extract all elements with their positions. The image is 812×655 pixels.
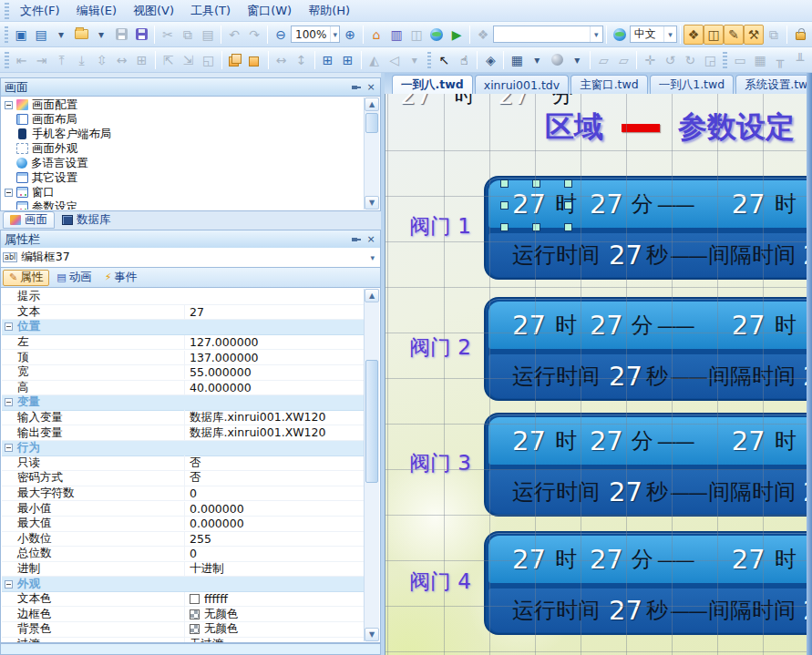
pin-icon[interactable] xyxy=(351,82,362,93)
grid-view-button[interactable]: ▦ xyxy=(507,50,527,70)
design-canvas[interactable]: 27 时 27 分 区域 参数设定 阀门 1 27 时 xyxy=(385,94,807,655)
property-row[interactable]: 最大字符数0 xyxy=(2,486,364,502)
space-horizontal-button[interactable]: ↔ xyxy=(272,50,292,70)
stop-minute-editbox[interactable]: 2 xyxy=(806,428,807,455)
doc-tab-0[interactable]: 一到八.twd xyxy=(392,75,473,94)
property-row[interactable]: 高40.000000 xyxy=(2,381,364,396)
object-selector-arrow[interactable]: ▾ xyxy=(366,253,378,262)
sphere-dropdown[interactable]: ▾ xyxy=(567,50,587,70)
form-button[interactable]: ◫ xyxy=(406,25,427,45)
scroll-up-icon[interactable]: ▲ xyxy=(365,289,379,302)
property-row[interactable]: 密码方式否 xyxy=(2,471,364,486)
center-both-button[interactable]: ⊞ xyxy=(132,50,152,70)
valve-panel[interactable]: 27 时 27 分 —— 27 时 2 运行时间 27 秒 xyxy=(484,413,807,517)
stop-hour-editbox[interactable]: 27 xyxy=(732,312,766,339)
lock-button[interactable] xyxy=(790,25,810,45)
property-value[interactable]: ffffff xyxy=(184,592,364,606)
same-height-button[interactable]: ⇲ xyxy=(179,50,199,70)
property-row[interactable]: 输出变量数据库.xinrui001.XW120 xyxy=(2,425,364,441)
same-size-button[interactable]: ◱ xyxy=(199,50,219,70)
select-cursor-button[interactable]: ↖ xyxy=(434,50,454,70)
pan-hand-button[interactable]: ☝ xyxy=(454,50,474,70)
space-vertical-button[interactable]: ↕ xyxy=(292,50,312,70)
run-seconds-editbox[interactable]: 27 xyxy=(609,598,642,624)
toggle-properties-button[interactable]: ✎ xyxy=(724,25,744,45)
tree-item-window[interactable]: 窗口 xyxy=(2,185,364,200)
property-row[interactable]: 最小值0.000000 xyxy=(2,501,364,517)
scroll-up-icon[interactable]: ▲ xyxy=(365,97,379,111)
open-button[interactable] xyxy=(71,25,91,45)
collapse-icon[interactable] xyxy=(5,322,13,331)
fit-height-button[interactable]: ⊞ xyxy=(338,50,358,70)
bring-to-front-button[interactable] xyxy=(225,50,245,70)
doc-tab-2[interactable]: 主窗口.twd xyxy=(570,75,648,94)
fit-width-button[interactable]: ⊞ xyxy=(318,50,338,70)
property-value[interactable]: 否 xyxy=(184,455,364,471)
scrollbar-thumb[interactable] xyxy=(365,113,378,133)
redo-button[interactable]: ↷ xyxy=(244,25,264,45)
language-globe-button[interactable] xyxy=(610,25,630,45)
tree-item-screen-layout[interactable]: 画面布局 xyxy=(2,112,364,127)
center-vertical-button[interactable]: ⇳ xyxy=(92,50,112,70)
property-value[interactable]: 0.000000 xyxy=(184,517,364,530)
toolbar1-grip[interactable] xyxy=(5,26,8,43)
center-horizontal-button[interactable]: ↔ xyxy=(112,50,132,70)
rotate-button[interactable]: ◁ xyxy=(385,50,405,70)
property-row[interactable]: 进制十进制 xyxy=(2,562,364,578)
pipe-tool-b-button[interactable]: ╨ xyxy=(790,50,810,70)
property-value[interactable]: 255 xyxy=(184,532,364,546)
toolbar3-grip[interactable] xyxy=(427,52,432,68)
collapse-icon[interactable] xyxy=(5,398,13,406)
property-row[interactable]: 左127.000000 xyxy=(2,335,364,351)
tab-screen[interactable]: 画面 xyxy=(3,211,55,229)
search-combobox[interactable]: ▾ xyxy=(493,26,603,43)
interval-editbox[interactable]: 2 xyxy=(803,598,807,624)
new-screen-button[interactable]: ▣ xyxy=(11,25,31,45)
menu-view[interactable]: 视图(V) xyxy=(125,0,182,22)
pin-icon[interactable] xyxy=(351,234,362,245)
new-file-button[interactable]: ▤ xyxy=(31,25,51,45)
selection-handle-e[interactable] xyxy=(564,201,572,210)
package-button[interactable]: ❖ xyxy=(473,25,493,45)
property-value[interactable]: 137.000000 xyxy=(184,351,364,364)
zoom-out-button[interactable]: ⊖ xyxy=(271,25,291,45)
interval-editbox[interactable]: 2 xyxy=(803,242,807,269)
menubar-grip[interactable] xyxy=(5,3,9,19)
toggle-resources-button[interactable]: ❖ xyxy=(684,25,704,45)
property-value[interactable]: 40.000000 xyxy=(184,381,364,394)
start-hour-editbox[interactable]: 27 xyxy=(512,191,546,218)
property-row[interactable]: 过渡无过渡 xyxy=(2,638,364,643)
tree-item-param-setting[interactable]: 参数设定 xyxy=(2,200,364,210)
toggle-window-button[interactable]: ◫ xyxy=(704,25,724,45)
property-row[interactable]: 提示 xyxy=(2,290,364,305)
toggle-toolbox-button[interactable]: ⚒ xyxy=(744,25,764,45)
run-seconds-editbox[interactable]: 27 xyxy=(609,363,642,390)
property-row[interactable]: 边框色无颜色 xyxy=(2,607,364,622)
menu-help[interactable]: 帮助(H) xyxy=(300,0,358,22)
property-value[interactable]: 无颜色 xyxy=(184,607,364,622)
color-swatch-none[interactable] xyxy=(190,624,200,634)
align-top-button[interactable]: ⤒ xyxy=(52,50,72,70)
align-right-button[interactable]: ⇥ xyxy=(32,50,52,70)
color-swatch-none[interactable] xyxy=(190,609,200,619)
valve-label[interactable]: 阀门 2 xyxy=(409,333,471,362)
valve-label[interactable]: 阀门 1 xyxy=(409,212,471,241)
doc-tab-1[interactable]: xinrui001.tdv xyxy=(475,75,569,94)
run-seconds-editbox[interactable]: 27 xyxy=(609,479,642,506)
stop-minute-editbox[interactable]: 2 xyxy=(806,191,807,218)
zoom-combo-arrow[interactable]: ▾ xyxy=(330,26,339,42)
collapse-icon[interactable] xyxy=(5,101,13,109)
align-left-button[interactable]: ⇤ xyxy=(12,50,32,70)
toolbar4-grip[interactable] xyxy=(723,52,727,68)
tab-events[interactable]: ⚡事件 xyxy=(99,270,143,286)
cascade-windows-button[interactable]: ⧉ xyxy=(764,25,784,45)
menu-tools[interactable]: 工具(T) xyxy=(182,0,239,22)
property-value[interactable]: 否 xyxy=(184,470,364,486)
table-tool-button[interactable]: ▦ xyxy=(750,50,770,70)
tab-properties[interactable]: ✎属性 xyxy=(3,270,49,286)
interval-editbox[interactable]: 2 xyxy=(803,479,807,506)
zoom-region-button[interactable]: ◲ xyxy=(700,50,720,70)
new-dropdown-arrow[interactable]: ▾ xyxy=(51,25,71,45)
grid-view-dropdown[interactable]: ▾ xyxy=(527,50,547,70)
interval-editbox[interactable]: 2 xyxy=(803,363,807,390)
